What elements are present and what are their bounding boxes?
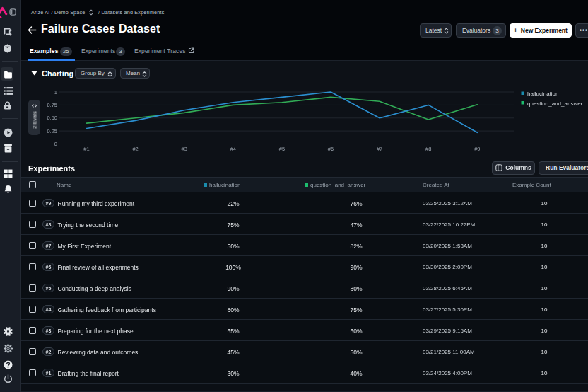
svg-text:1: 1 <box>54 89 57 96</box>
svg-text:hallucination: hallucination <box>527 91 558 97</box>
svg-text:#4: #4 <box>230 146 236 152</box>
svg-text:0.25: 0.25 <box>47 128 57 134</box>
svg-text:#9: #9 <box>474 146 480 152</box>
svg-text:#6: #6 <box>328 146 334 152</box>
svg-text:#7: #7 <box>377 146 382 152</box>
svg-text:0: 0 <box>54 141 57 147</box>
svg-text:#5: #5 <box>279 146 285 152</box>
svg-text:question_and_answer: question_and_answer <box>527 100 583 107</box>
svg-text:#8: #8 <box>425 146 431 152</box>
svg-text:#1: #1 <box>83 146 89 152</box>
svg-text:0.75: 0.75 <box>47 102 57 108</box>
svg-text:0.50: 0.50 <box>47 115 57 121</box>
svg-text:#3: #3 <box>182 146 187 152</box>
svg-text:#2: #2 <box>132 146 138 152</box>
